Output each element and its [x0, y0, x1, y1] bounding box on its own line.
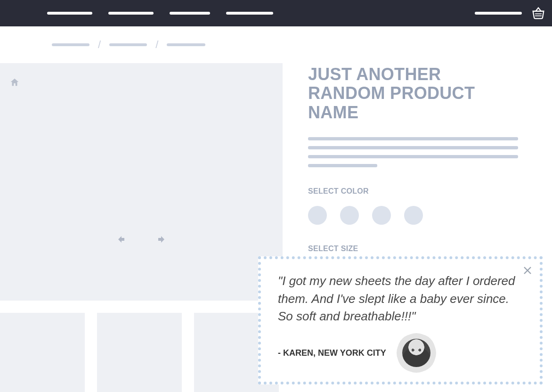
gallery-next-button[interactable] [156, 234, 168, 245]
gallery-column [0, 63, 283, 392]
color-swatch-4[interactable] [404, 206, 423, 225]
thumbnail-strip [0, 313, 283, 392]
nav-item-1[interactable]: nav1 [47, 12, 92, 15]
nav-item-2[interactable]: nav2 [108, 12, 154, 15]
site-header: nav1 nav2 nav3 nav4 account [0, 0, 552, 26]
nav-links: nav1 nav2 nav3 nav4 [47, 12, 273, 15]
home-icon[interactable] [9, 77, 20, 88]
basket-icon[interactable] [530, 5, 546, 21]
product-description [308, 137, 518, 167]
color-swatches [308, 206, 518, 225]
reviewer-avatar [399, 336, 433, 370]
color-swatch-1[interactable] [308, 206, 327, 225]
color-swatch-3[interactable] [372, 206, 391, 225]
testimonial-quote: "I got my new sheets the day after I ord… [278, 272, 523, 326]
breadcrumb-item-2[interactable]: level2 [109, 43, 147, 46]
description-line [308, 137, 518, 140]
color-label: SELECT COLOR [308, 187, 518, 196]
nav-item-4[interactable]: nav4 [226, 12, 273, 15]
thumbnail-1[interactable] [0, 313, 85, 392]
product-title: JUST ANOTHER RANDOM PRODUCT NAME [308, 65, 518, 122]
breadcrumb-item-3[interactable]: level3 [167, 43, 205, 46]
product-gallery [0, 63, 283, 301]
breadcrumb-item-1[interactable]: level1 [52, 43, 89, 46]
breadcrumb-separator: / [155, 39, 158, 51]
breadcrumb: level1 / level2 / level3 [0, 26, 552, 51]
thumbnail-2[interactable] [97, 313, 182, 392]
testimonial-popup: "I got my new sheets the day after I ord… [258, 256, 543, 384]
testimonial-attribution: - KAREN, NEW YORK CITY [278, 348, 386, 358]
size-label: SELECT SIZE [308, 245, 518, 253]
description-line [308, 155, 518, 158]
description-line [308, 164, 377, 167]
breadcrumb-separator: / [98, 39, 101, 51]
gallery-prev-button[interactable] [115, 234, 126, 245]
nav-item-3[interactable]: nav3 [170, 12, 210, 15]
description-line [308, 146, 518, 149]
header-right: account [475, 5, 546, 21]
testimonial-footer: - KAREN, NEW YORK CITY [278, 336, 523, 370]
header-account-link[interactable]: account [475, 12, 522, 15]
color-swatch-2[interactable] [340, 206, 359, 225]
close-icon[interactable] [522, 265, 533, 278]
